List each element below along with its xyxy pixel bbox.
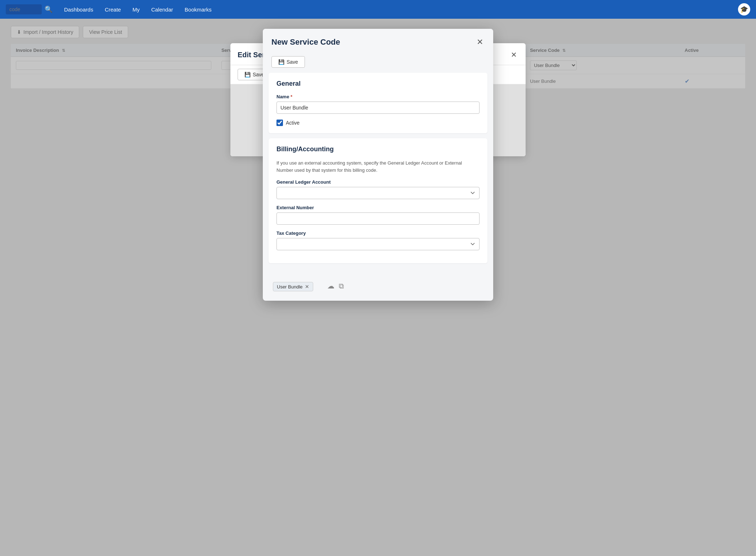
bottom-tag-label: User Bundle — [277, 284, 303, 290]
billing-section: Billing/Accounting If you use an externa… — [269, 138, 487, 263]
tax-category-form-group: Tax Category — [276, 230, 480, 250]
bottom-tag-add-icon[interactable]: ☁ — [327, 282, 334, 290]
name-form-group: Name * — [276, 94, 480, 114]
required-star: * — [291, 94, 292, 99]
modal-save-label: Save — [287, 59, 298, 65]
bottom-tag: User Bundle ✕ — [273, 282, 313, 291]
active-checkbox-label[interactable]: Active — [286, 120, 300, 126]
modal-title: New Service Code — [271, 37, 340, 47]
gl-account-label: General Ledger Account — [276, 179, 480, 185]
modal-header: New Service Code ✕ — [263, 29, 493, 53]
modal-close-button[interactable]: ✕ — [475, 36, 485, 48]
bottom-tag-row: User Bundle ✕ ☁ ⧉ — [263, 275, 493, 301]
billing-description: If you use an external accounting system… — [276, 160, 480, 174]
tax-category-select[interactable] — [276, 238, 480, 250]
tax-category-label: Tax Category — [276, 230, 480, 236]
billing-section-title: Billing/Accounting — [276, 145, 480, 153]
external-number-form-group: External Number — [276, 205, 480, 225]
general-section: General Name * Active — [269, 73, 487, 133]
external-number-input[interactable] — [276, 212, 480, 225]
bottom-tag-close-icon[interactable]: ✕ — [305, 284, 309, 290]
bottom-tag-copy-icon[interactable]: ⧉ — [339, 282, 344, 290]
name-input[interactable] — [276, 102, 480, 114]
gl-account-select[interactable] — [276, 187, 480, 199]
modal-save-icon: 💾 — [278, 59, 284, 65]
general-section-title: General — [276, 80, 480, 88]
name-label: Name * — [276, 94, 480, 99]
active-checkbox[interactable] — [276, 120, 283, 126]
new-service-code-modal: New Service Code ✕ 💾 Save General Name * — [263, 29, 493, 301]
active-checkbox-row: Active — [276, 120, 480, 126]
modal-toolbar: 💾 Save — [263, 53, 493, 73]
modal-body: General Name * Active Billing/Accounting… — [263, 73, 493, 275]
modal-save-button[interactable]: 💾 Save — [271, 56, 305, 68]
gl-account-form-group: General Ledger Account — [276, 179, 480, 199]
modal-backdrop: New Service Code ✕ 💾 Save General Name * — [0, 0, 756, 556]
external-number-label: External Number — [276, 205, 480, 210]
